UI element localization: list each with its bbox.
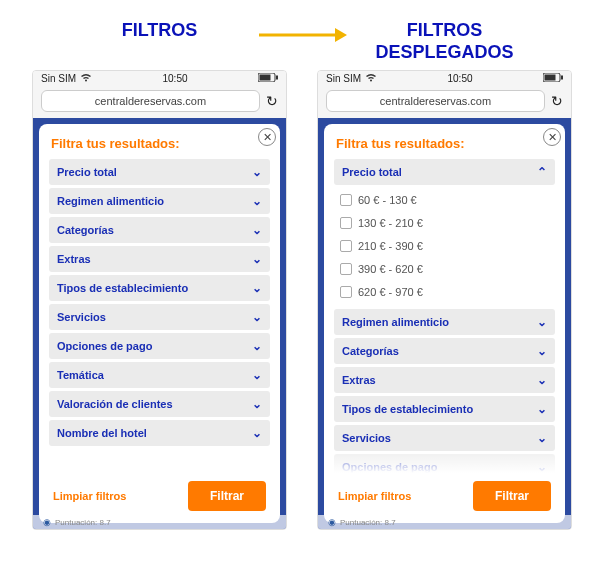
clock: 10:50: [162, 73, 187, 84]
chevron-down-icon: ⌄: [537, 431, 547, 445]
filter-servicios[interactable]: Servicios⌄: [334, 425, 555, 451]
filter-categorias[interactable]: Categorías⌄: [49, 217, 270, 243]
heading-right-l1: FILTROS: [407, 20, 483, 42]
refresh-icon[interactable]: ↻: [551, 93, 563, 109]
checkbox[interactable]: [340, 263, 352, 275]
filter-nombre[interactable]: Nombre del hotel⌄: [49, 420, 270, 446]
svg-rect-3: [259, 75, 270, 81]
filter-label: Temática: [57, 369, 104, 381]
phone-frame-left: Sin SIM 10:50 centraldereservas.com ↻: [32, 70, 287, 530]
price-option[interactable]: 390 € - 620 €: [338, 259, 551, 279]
bg-strip: ◉ Puntuación: 8.7: [33, 515, 286, 529]
arrow-icon: [257, 26, 347, 44]
heading-left: FILTROS: [32, 20, 287, 70]
clock: 10:50: [447, 73, 472, 84]
option-label: 390 € - 620 €: [358, 263, 423, 275]
filter-precio[interactable]: Precio total⌄: [49, 159, 270, 185]
filter-precio[interactable]: Precio total⌃: [334, 159, 555, 185]
option-label: 620 € - 970 €: [358, 286, 423, 298]
apply-button[interactable]: Filtrar: [188, 481, 266, 511]
filter-panel: ✕ Filtra tus resultados: Precio total⌃ 6…: [324, 124, 565, 523]
filter-servicios[interactable]: Servicios⌄: [49, 304, 270, 330]
price-option[interactable]: 130 € - 210 €: [338, 213, 551, 233]
option-label: 210 € - 390 €: [358, 240, 423, 252]
chevron-down-icon: ⌄: [537, 344, 547, 358]
filter-label: Servicios: [57, 311, 106, 323]
filter-label: Regimen alimenticio: [342, 316, 449, 328]
filter-tipos[interactable]: Tipos de establecimiento⌄: [334, 396, 555, 422]
chevron-down-icon: ⌄: [252, 368, 262, 382]
bg-text: Puntuación: 8.7: [340, 518, 396, 527]
filter-label: Categorías: [57, 224, 114, 236]
panel-title: Filtra tus resultados:: [336, 136, 555, 151]
url-field[interactable]: centraldereservas.com: [41, 90, 260, 112]
battery-icon: [258, 73, 278, 84]
filter-label: Valoración de clientes: [57, 398, 173, 410]
filter-valoracion[interactable]: Valoración de clientes⌄: [49, 391, 270, 417]
filter-label: Tipos de establecimiento: [342, 403, 473, 415]
chevron-down-icon: ⌄: [537, 315, 547, 329]
svg-rect-6: [544, 75, 555, 81]
checkbox[interactable]: [340, 286, 352, 298]
wifi-icon: [80, 73, 92, 84]
chevron-down-icon: ⌄: [252, 397, 262, 411]
carrier-text: Sin SIM: [326, 73, 361, 84]
refresh-icon[interactable]: ↻: [266, 93, 278, 109]
filter-tematica[interactable]: Temática⌄: [49, 362, 270, 388]
url-field[interactable]: centraldereservas.com: [326, 90, 545, 112]
chevron-down-icon: ⌄: [537, 402, 547, 416]
filter-label: Precio total: [342, 166, 402, 178]
status-bar: Sin SIM 10:50: [33, 71, 286, 86]
filter-extras[interactable]: Extras⌄: [49, 246, 270, 272]
wifi-icon: [365, 73, 377, 84]
filter-regimen[interactable]: Regimen alimenticio⌄: [49, 188, 270, 214]
checkbox[interactable]: [340, 194, 352, 206]
close-icon[interactable]: ✕: [543, 128, 561, 146]
price-options: 60 € - 130 € 130 € - 210 € 210 € - 390 €…: [334, 188, 555, 306]
checkbox[interactable]: [340, 240, 352, 252]
price-option[interactable]: 620 € - 970 €: [338, 282, 551, 302]
price-option[interactable]: 210 € - 390 €: [338, 236, 551, 256]
pin-icon: ◉: [43, 517, 51, 527]
option-label: 60 € - 130 €: [358, 194, 417, 206]
chevron-down-icon: ⌄: [252, 165, 262, 179]
filter-regimen[interactable]: Regimen alimenticio⌄: [334, 309, 555, 335]
url-bar: centraldereservas.com ↻: [318, 86, 571, 118]
checkbox[interactable]: [340, 217, 352, 229]
chevron-down-icon: ⌄: [252, 426, 262, 440]
battery-icon: [543, 73, 563, 84]
filter-panel: ✕ Filtra tus resultados: Precio total⌄ R…: [39, 124, 280, 523]
bg-strip: ◉ Puntuación: 8.7: [318, 515, 571, 529]
clear-filters-link[interactable]: Limpiar filtros: [53, 490, 178, 502]
option-label: 130 € - 210 €: [358, 217, 423, 229]
carrier-text: Sin SIM: [41, 73, 76, 84]
viewport-left: ✕ Filtra tus resultados: Precio total⌄ R…: [33, 118, 286, 529]
filter-label: Categorías: [342, 345, 399, 357]
panel-title: Filtra tus resultados:: [51, 136, 270, 151]
url-bar: centraldereservas.com ↻: [33, 86, 286, 118]
apply-button[interactable]: Filtrar: [473, 481, 551, 511]
chevron-down-icon: ⌄: [252, 252, 262, 266]
filter-label: Extras: [342, 374, 376, 386]
chevron-down-icon: ⌄: [252, 223, 262, 237]
filter-categorias[interactable]: Categorías⌄: [334, 338, 555, 364]
chevron-down-icon: ⌄: [252, 310, 262, 324]
filter-label: Servicios: [342, 432, 391, 444]
chevron-up-icon: ⌃: [537, 165, 547, 179]
filter-label: Precio total: [57, 166, 117, 178]
filter-label: Nombre del hotel: [57, 427, 147, 439]
filter-label: Extras: [57, 253, 91, 265]
clear-filters-link[interactable]: Limpiar filtros: [338, 490, 463, 502]
filter-extras[interactable]: Extras⌄: [334, 367, 555, 393]
svg-rect-7: [561, 76, 563, 80]
filter-label: Opciones de pago: [57, 340, 152, 352]
chevron-down-icon: ⌄: [252, 194, 262, 208]
heading-left-text: FILTROS: [122, 20, 198, 42]
filter-pago[interactable]: Opciones de pago⌄: [49, 333, 270, 359]
close-icon[interactable]: ✕: [258, 128, 276, 146]
chevron-down-icon: ⌄: [252, 281, 262, 295]
filter-pago[interactable]: Opciones de pago⌄: [334, 454, 555, 473]
price-option[interactable]: 60 € - 130 €: [338, 190, 551, 210]
filter-label: Regimen alimenticio: [57, 195, 164, 207]
filter-tipos[interactable]: Tipos de establecimiento⌄: [49, 275, 270, 301]
